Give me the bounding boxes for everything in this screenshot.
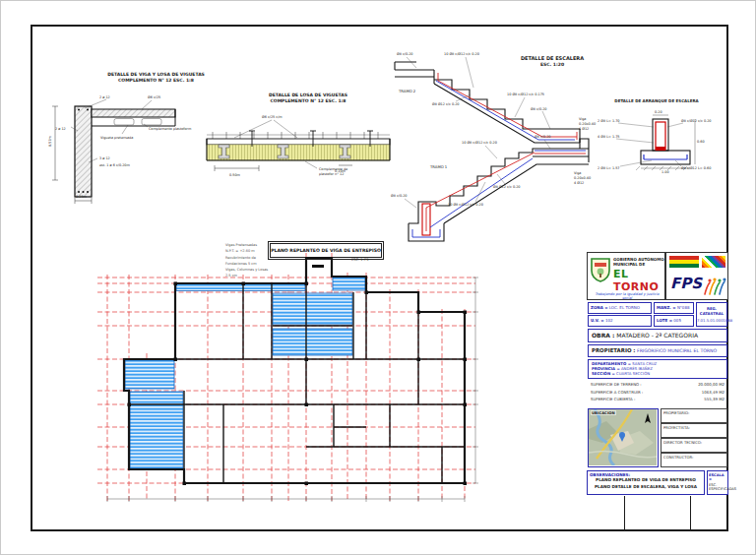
tramo2-rebar-label: Ø8 c/0.20 — [397, 52, 412, 56]
sign-proyectista-label: PROYECTISTA: — [663, 425, 690, 430]
plan-slab-zones — [125, 278, 365, 468]
slab-section — [207, 131, 390, 160]
beam-section — [75, 106, 175, 197]
beam-title-line2: COMPLEMENTO N° 12 ESC. 1:8 — [55, 78, 257, 84]
zona-label: ZONA = — [591, 305, 608, 310]
tramo1-rebar-label: Ø8 c/0.20 — [535, 135, 550, 139]
bottom-divider-line — [690, 496, 691, 530]
tramo2-label: TRAMO 2 — [398, 89, 416, 93]
sup3-value: 555,39 M2 — [704, 396, 724, 403]
floor-plan-drawing — [70, 235, 533, 523]
tramo1-rebar-label: Ø8 c/0.20 — [391, 194, 407, 198]
slab-dim1: 0.50m — [229, 173, 241, 177]
tramo1-leaders — [405, 140, 550, 208]
reg-label: REG. CATASTRAL — [697, 306, 726, 316]
ubicacion-label: UBICACION — [591, 410, 616, 415]
tramo1-note: 4 Ø12 — [574, 181, 584, 185]
manz-value: N°088 — [677, 305, 690, 310]
tramo2-note: Viga — [579, 117, 586, 121]
gov-tagline: Trabajando por la igualdad y justicia so… — [590, 292, 664, 300]
arranque-label: 2 Ø8 L= 1.70 — [598, 119, 620, 123]
secc-value: CUARTA SECCIÓN — [616, 371, 650, 376]
fps-logo-text: FPS — [670, 275, 702, 292]
zona-field: ZONA = LOC. EL TORNO — [588, 302, 652, 314]
lote-field: LOTE = 005 — [654, 315, 694, 327]
observaciones-field: OBSERVACIONES: PLANO REPLANTEO DE VIGA D… — [587, 470, 705, 495]
obra-value: MATADERO - 2ª CATEGORIA — [616, 332, 698, 339]
arranque-detail-drawing: 0.20 0.60 1.00 2 Ø8 L= 1.70 Ø8 c/Ø12 c/c… — [597, 103, 720, 174]
tramo2-rebar-label: 10 Ø8 c/Ø12 c/c 0.175 — [507, 92, 544, 96]
obra-field: OBRA : MATADERO - 2ª CATEGORIA — [588, 329, 727, 342]
tramo1-rebar-label: Ø8 Ø12 c/c 0.20 — [493, 185, 520, 189]
tramo2-rebar-label: Ø8 c/0.20 — [531, 107, 546, 111]
sign-propietario-label: PROPIETARIO: — [663, 410, 689, 415]
tramo1-note: 0.20x0.40 — [574, 176, 591, 180]
ubicacion-map-cell: UBICACION — [588, 408, 659, 467]
escala-field: ESCALA = ESC. ESPECIFICADAS — [707, 470, 728, 495]
sup2-value: 1063,49 M2 — [702, 389, 724, 397]
tramo2-note: 4 Ø12 — [579, 127, 589, 131]
beam-complemento-label: Complemento plastoform — [149, 127, 192, 131]
arranque-dim-top: 0.20 — [655, 110, 662, 114]
arranque-label: Ø8 c/Ø12 L= 0.60 — [681, 166, 711, 170]
superficie-row: SUPERFICIE CUBIERTA : 555,39 M2 — [588, 396, 727, 403]
slab-detail-drawing: Ø6 c/25 c/m — [203, 107, 395, 184]
el-torno-shield-icon — [590, 257, 611, 282]
fps-logo-cell: FPS — [665, 252, 728, 300]
obra-label: OBRA : — [592, 332, 614, 339]
slab-dim2: 0.10m — [335, 169, 346, 173]
propietario-value: FRIGORÍFICO MUNICIPAL EL TORNO — [637, 348, 717, 353]
drawing-sheet: DETALLE DE VIGA Y LOSA DE VIGUETAS COMPL… — [0, 0, 756, 555]
observaciones-line2: PLANO DETALLE DE ESCALERA, VIGA Y LOSA — [590, 484, 702, 491]
beam-mesh-label: Ø6 c/25 — [148, 95, 160, 99]
arranque-label: Ø8 c/Ø12 c/c 0.20 — [681, 119, 711, 123]
location-map — [589, 409, 657, 465]
location-field: DEPARTAMENTO = SANTA CRUZ PROVINCIA = AN… — [588, 359, 727, 379]
sign-proyectista-cell: PROYECTISTA: — [661, 423, 727, 438]
lote-value: 005 — [673, 318, 681, 323]
beam-dimension-left: 0.57m — [48, 106, 58, 180]
sign-propietario-cell: PROPIETARIO: — [661, 408, 727, 423]
beam-detail-title: DETALLE DE VIGA Y LOSA DE VIGUETAS COMPL… — [55, 72, 257, 84]
sign-director-label: DIRECTOR TECNICO: — [663, 440, 702, 445]
slab-mesh-label-group: Ø6 c/25 c/m — [234, 115, 297, 138]
sup3-label: SUPERFICIE CUBIERTA : — [591, 396, 635, 403]
tramo2-rebar-label: Ø8 Ø12 c/c 0.20 — [432, 102, 459, 106]
arranque-dim-bottom: 1.00 — [662, 170, 669, 174]
beam-width-dim: 0.25m — [76, 195, 88, 199]
tramo1-label: TRAMO 1 — [429, 164, 448, 169]
gov-line2: MUNICIPAL DE — [613, 262, 664, 267]
beam-top-bars-label: 2 ø 12 — [99, 95, 110, 99]
uv-field: U.V. = 102 — [588, 315, 652, 327]
bottom-divider-line — [624, 496, 625, 530]
sign-constructor-cell: CONSTRUCTOR: — [661, 453, 727, 467]
sign-director-cell: DIRECTOR TECNICO: — [661, 438, 727, 453]
observaciones-line1: PLANO REPLANTEO DE VIGA DE ENTREPISO — [590, 477, 702, 484]
propietario-field: PROPIETARIO : FRIGORÍFICO MUNICIPAL EL T… — [588, 344, 727, 357]
lote-label: LOTE = — [657, 318, 672, 323]
slab-title-line2: COMPLEMENTO N° 12 ESC. 1:8 — [220, 98, 397, 104]
tramo1-rebar-label: 10 Ø8 c/Ø12 c/c 0.20 — [462, 141, 497, 145]
manz-label: MANZ. = — [657, 305, 676, 310]
zona-value: LOC. EL TORNO — [609, 305, 640, 310]
escala-label: ESCALA = — [709, 473, 726, 481]
bolivia-flag-icon — [669, 256, 699, 268]
beam-stirrups-label: est. 1 ø 6 c/0.20m — [99, 163, 131, 167]
propietario-label: PROPIETARIO : — [592, 347, 636, 353]
beam-bottom-bars-label: 3 ø 12 — [99, 156, 110, 160]
superficie-row: SUPERFICIE DE TERRENO : 20.000,00 M2 — [588, 381, 727, 389]
beam-vigueta-label: Vigueta pretensada — [100, 136, 133, 140]
superficie-row: SUPERFICIE A CONSTRUIR : 1063,49 M2 — [588, 389, 727, 397]
arranque-label: 2 Ø8 L= 1.57 — [598, 166, 620, 170]
tramo1-note: Viga — [574, 171, 581, 175]
tramo2-rebar-label: 10 Ø8 c/Ø12 c/c 0.20 — [444, 52, 479, 56]
slab-detail-title: DETALLE DE LOSA DE VIGUETAS COMPLEMENTO … — [220, 92, 397, 104]
tramo1-rebar-label: 10 Ø8 c/Ø12 c/c 0.20 — [448, 203, 483, 207]
gov-name-el: EL — [613, 268, 629, 280]
sign-constructor-label: CONSTRUCTOR: — [663, 455, 693, 460]
reg-catastral-field: REG. CATASTRAL 7.01.5.01.0001068 — [696, 302, 727, 327]
title-block: GOBIERNO AUTÓNOMO MUNICIPAL DE EL TORNO … — [587, 252, 728, 496]
reg-value: 7.01.5.01.0001068 — [697, 318, 726, 323]
tramo2-note: 0.20x0.40 — [579, 122, 596, 126]
secc-label: SECCIÓN = — [592, 371, 615, 376]
